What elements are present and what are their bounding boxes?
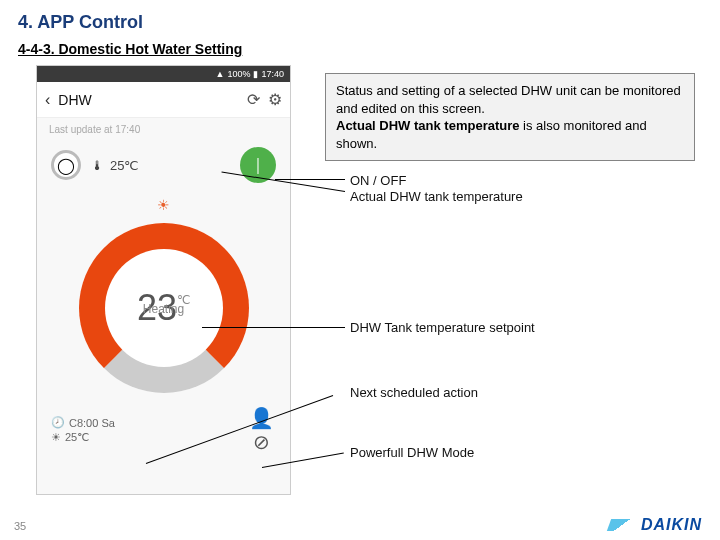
brand-name: DAIKIN	[641, 516, 702, 534]
schedule-info[interactable]: 🕗 C8:00 Sa ☀ 25℃	[51, 416, 115, 444]
dial-holder: 23 ℃ Heating	[37, 215, 290, 399]
phone-mock: ▲ 100% ▮ 17:40 ‹ DHW ⟳ ⚙ Last update at …	[36, 65, 291, 495]
wifi-icon: ▲	[216, 69, 225, 79]
setpoint-label: Heating	[143, 302, 184, 316]
schedule-time: C8:00 Sa	[69, 417, 115, 429]
battery-icon: ▮	[253, 69, 258, 79]
appbar-title: DHW	[58, 92, 91, 108]
slide-title: 4. APP Control	[0, 0, 720, 35]
label-setpoint: DHW Tank temperature setpoint	[350, 320, 535, 335]
app-bar: ‹ DHW ⟳ ⚙	[37, 82, 290, 118]
dial-inner: 23 ℃ Heating	[109, 253, 219, 363]
content-area: ▲ 100% ▮ 17:40 ‹ DHW ⟳ ⚙ Last update at …	[0, 65, 720, 495]
last-update-label: Last update at 17:40	[37, 118, 290, 141]
label-schedule: Next scheduled action	[350, 385, 478, 400]
description-bold: Actual DHW tank temperature	[336, 118, 519, 133]
temperature-dial[interactable]: 23 ℃ Heating	[79, 223, 249, 393]
unit-icon[interactable]: ◯	[51, 150, 81, 180]
brand-logo: DAIKIN	[609, 516, 702, 534]
outdoor-temp-value: 25℃	[110, 158, 139, 173]
label-on-off: ON / OFF	[350, 173, 406, 188]
description-line-2: Actual DHW tank temperature is also moni…	[336, 117, 684, 152]
thermometer-icon: 🌡	[91, 158, 104, 173]
brand-swoosh-icon	[607, 519, 637, 531]
slide-subtitle: 4-4-3. Domestic Hot Water Setting	[0, 35, 720, 65]
sun-small-icon: ☀	[51, 431, 61, 444]
powerful-mode-button[interactable]: 👤⊘	[246, 415, 276, 445]
sun-icon: ☀	[157, 197, 170, 213]
person-disabled-icon: 👤⊘	[246, 406, 276, 454]
gear-icon[interactable]: ⚙	[268, 90, 282, 109]
schedule-temp: 25℃	[65, 431, 89, 444]
clock-icon: 🕗	[51, 416, 65, 429]
pointer-1	[275, 179, 345, 180]
power-icon: ｜	[250, 155, 266, 176]
status-bar: ▲ 100% ▮ 17:40	[37, 66, 290, 82]
top-row: ◯ 🌡 25℃ ｜	[37, 141, 290, 193]
page-number: 35	[14, 520, 26, 532]
ring-icon: ◯	[57, 156, 75, 175]
back-icon[interactable]: ‹	[45, 91, 50, 109]
label-powerful: Powerfull DHW Mode	[350, 445, 474, 460]
clock-label: 17:40	[261, 69, 284, 79]
pointer-2	[202, 327, 345, 328]
schedule-row: 🕗 C8:00 Sa ☀ 25℃ 👤⊘	[37, 405, 290, 455]
description-box: Status and setting of a selected DHW uni…	[325, 73, 695, 161]
label-actual-temp: Actual DHW tank temperature	[350, 189, 523, 204]
mode-icon-row: ☀	[37, 193, 290, 215]
battery-label: 100%	[227, 69, 250, 79]
refresh-icon[interactable]: ⟳	[247, 90, 260, 109]
outdoor-temp: 🌡 25℃	[91, 158, 230, 173]
description-line-1: Status and setting of a selected DHW uni…	[336, 82, 684, 117]
